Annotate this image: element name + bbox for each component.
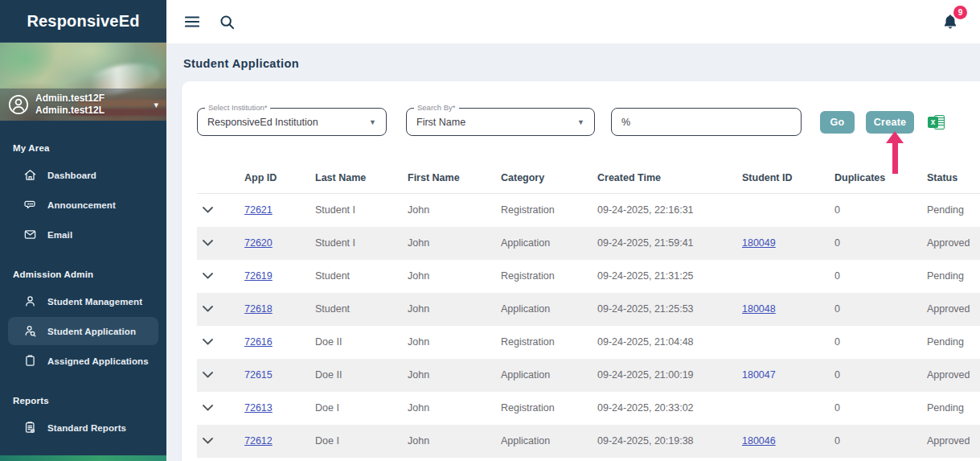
cell-app-id-link[interactable]: 72613: [244, 402, 273, 414]
cell-category-text: Application: [501, 303, 550, 315]
cell-duplicates: 0: [831, 260, 924, 293]
sidebar-item-dashboard[interactable]: Dashboard: [8, 161, 158, 189]
chevron-down-icon[interactable]: [200, 236, 215, 250]
cell-category-text: Registration: [501, 270, 555, 282]
col-duplicates: Duplicates: [831, 164, 924, 194]
cell-duplicates: 0: [831, 359, 924, 392]
cell-category-text: Application: [501, 237, 550, 249]
cell-created-time-text: 09-24-2025, 21:25:53: [597, 303, 694, 315]
cell-last-name-text: Doe II: [315, 336, 342, 348]
cell-student-id: 180047: [739, 359, 831, 392]
search-query-input[interactable]: %: [611, 108, 802, 136]
sidebar-item-standard-reports[interactable]: Standard Reports: [8, 414, 158, 442]
table-row: 72620Student IJohnApplication09-24-2025,…: [197, 227, 980, 260]
search-by-dropdown[interactable]: Search By* First Name ▼: [406, 108, 595, 136]
cell-student-id-link[interactable]: 180048: [742, 303, 776, 315]
col-app-id: App ID: [241, 164, 312, 194]
cell-status: Pending: [924, 194, 980, 227]
user-name: Admiin.test12F Admiin.test12L: [35, 93, 105, 117]
filter-bar: Select Institution* ResponsiveEd Institu…: [197, 108, 980, 136]
person-circle-icon: [8, 94, 29, 115]
excel-export-icon[interactable]: x: [928, 114, 945, 130]
cell-app-id-link[interactable]: 72618: [244, 303, 273, 315]
cell-created-time-text: 09-24-2025, 20:33:02: [597, 402, 694, 414]
table-row: 72615Doe IIJohnApplication09-24-2025, 21…: [197, 359, 980, 392]
bell-icon[interactable]: 9: [940, 11, 961, 32]
cell-app-id-link[interactable]: 72615: [244, 369, 273, 381]
main-area: 9 Student Application Select Institution…: [166, 0, 980, 461]
cell-first-name-text: John: [408, 336, 429, 348]
sidebar-item-assigned-applications[interactable]: Assigned Applications: [8, 347, 158, 375]
create-button[interactable]: Create: [866, 111, 914, 134]
cell-student-id-link[interactable]: 180047: [742, 369, 776, 381]
chevron-down-icon[interactable]: [200, 269, 215, 283]
table-header-row: App ID Last Name First Name Category Cre…: [197, 164, 980, 194]
cell-expand: [197, 194, 241, 227]
notification-badge: 9: [953, 6, 967, 19]
cell-first-name: John: [404, 260, 498, 293]
chevron-down-icon[interactable]: [200, 401, 215, 415]
cell-duplicates-text: 0: [834, 303, 840, 315]
cell-student-id-link[interactable]: 180046: [742, 435, 776, 447]
hamburger-menu-icon[interactable]: [183, 13, 201, 31]
cell-first-name-text: John: [408, 402, 429, 414]
cell-created-time-text: 09-24-2025, 22:16:31: [597, 204, 694, 216]
cell-category-text: Application: [501, 435, 550, 447]
search-by-label: Search By*: [414, 103, 459, 112]
cell-last-name: Doe I: [312, 425, 404, 458]
chevron-down-icon[interactable]: [200, 203, 215, 217]
status-badge: Pending: [927, 336, 964, 348]
logo-band: ResponsiveEd: [0, 0, 166, 43]
sidebar-item-label: Dashboard: [47, 171, 96, 180]
col-expand: [197, 164, 241, 194]
status-badge: Approved: [927, 237, 970, 249]
cell-app-id-link[interactable]: 72616: [244, 336, 273, 348]
cell-category: Application: [498, 293, 594, 326]
go-button[interactable]: Go: [820, 111, 855, 134]
app-logo: ResponsiveEd: [27, 12, 139, 31]
sidebar-item-student-management[interactable]: Student Management: [8, 287, 158, 315]
table-row: 72613Doe IJohnRegistration09-24-2025, 20…: [197, 392, 980, 425]
col-first-name: First Name: [404, 164, 498, 194]
chevron-down-icon[interactable]: [200, 335, 215, 349]
cell-app-id-link[interactable]: 72621: [244, 204, 273, 216]
chevron-down-icon[interactable]: [200, 368, 215, 382]
chevron-down-icon[interactable]: [200, 302, 215, 316]
sidebar-item-label: Email: [47, 230, 72, 240]
announcement-icon: [23, 198, 37, 212]
sidebar-item-announcement[interactable]: Announcement: [8, 191, 158, 219]
student-icon: [23, 294, 37, 308]
cell-first-name-text: John: [408, 435, 429, 447]
cell-app-id-link[interactable]: 72612: [244, 435, 273, 447]
cell-app-id-link[interactable]: 72620: [244, 237, 273, 249]
select-institution-dropdown[interactable]: Select Institution* ResponsiveEd Institu…: [197, 108, 387, 136]
status-badge: Pending: [927, 402, 964, 414]
cell-first-name-text: John: [408, 204, 429, 216]
sidebar-item-email[interactable]: Email: [8, 220, 158, 249]
cell-created-time: 09-24-2025, 21:59:41: [594, 227, 739, 260]
cell-app-id: 72613: [241, 392, 312, 425]
cell-first-name-text: John: [408, 303, 429, 315]
cell-created-time: 09-24-2025, 21:04:48: [594, 326, 739, 359]
cell-last-name-text: Doe II: [315, 369, 342, 381]
cell-category: Application: [498, 425, 594, 458]
cell-last-name: Doe I: [312, 392, 404, 425]
cell-duplicates-text: 0: [834, 435, 840, 447]
cell-student-id-link[interactable]: 180049: [742, 237, 776, 249]
search-icon[interactable]: [218, 13, 236, 31]
sidebar-item-student-application[interactable]: Student Application: [8, 317, 158, 345]
cell-duplicates: 0: [831, 227, 924, 260]
cell-first-name: John: [404, 227, 498, 260]
cell-app-id-link[interactable]: 72619: [244, 270, 273, 282]
cell-category-text: Registration: [501, 402, 555, 414]
cell-category: Registration: [498, 326, 594, 359]
cell-app-id: 72612: [241, 425, 312, 458]
chevron-down-icon[interactable]: [200, 434, 215, 448]
user-menu[interactable]: Admiin.test12F Admiin.test12L ▾: [0, 88, 166, 121]
cell-app-id: 72619: [241, 260, 312, 293]
sidebar-nav: My Area Dashboard Announcement: [0, 121, 166, 455]
cell-category: Application: [498, 227, 594, 260]
cell-duplicates-text: 0: [834, 402, 840, 414]
sidebar-item-label: Student Application: [47, 327, 136, 336]
cell-first-name: John: [404, 293, 498, 326]
